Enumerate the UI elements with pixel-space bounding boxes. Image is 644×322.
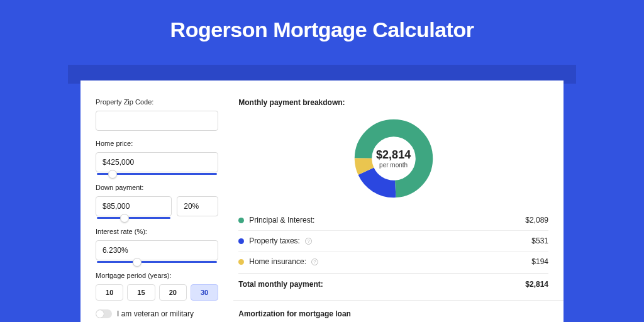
interest-input[interactable] xyxy=(96,240,218,260)
legend-row: Principal & Interest:$2,089 xyxy=(238,210,548,230)
info-icon[interactable]: ? xyxy=(311,258,318,265)
interest-label: Interest rate (%): xyxy=(96,228,218,235)
donut-chart: $2,814 per month xyxy=(353,118,434,199)
zip-input[interactable] xyxy=(96,111,218,131)
legend-value: $531 xyxy=(531,236,548,245)
zip-label: Property Zip Code: xyxy=(96,98,218,106)
period-button-15[interactable]: 15 xyxy=(127,284,155,301)
legend-label: Home insurance: xyxy=(249,257,306,266)
down-payment-field: Down payment: xyxy=(96,184,218,216)
down-payment-label: Down payment: xyxy=(96,184,218,191)
toggle-knob xyxy=(96,310,104,318)
legend-dot-icon xyxy=(238,218,244,223)
legend-value: $194 xyxy=(531,257,548,266)
donut-chart-wrap: $2,814 per month xyxy=(238,113,548,210)
interest-slider[interactable] xyxy=(97,261,217,263)
breakdown-column: Monthly payment breakdown: $2,814 per mo… xyxy=(233,80,564,322)
section-divider xyxy=(233,300,564,301)
interest-field: Interest rate (%): xyxy=(96,228,218,260)
period-buttons: 10152030 xyxy=(96,284,218,301)
home-price-input[interactable] xyxy=(96,152,218,172)
info-icon[interactable]: ? xyxy=(305,238,312,245)
period-label: Mortgage period (years): xyxy=(96,272,218,279)
breakdown-title: Monthly payment breakdown: xyxy=(238,98,548,107)
legend-row: Property taxes:?$531 xyxy=(238,230,548,251)
down-payment-slider[interactable] xyxy=(97,217,170,219)
total-row: Total monthly payment: $2,814 xyxy=(238,273,548,296)
form-column: Property Zip Code: Home price: Down paym… xyxy=(80,80,233,322)
donut-center: $2,814 per month xyxy=(353,118,434,199)
home-price-slider-thumb[interactable] xyxy=(108,170,117,179)
donut-sub: per month xyxy=(379,162,408,169)
period-button-20[interactable]: 20 xyxy=(159,284,187,301)
calculator-card: Property Zip Code: Home price: Down paym… xyxy=(80,80,564,322)
down-payment-input[interactable] xyxy=(96,196,172,216)
veteran-row: I am veteran or military xyxy=(96,309,218,318)
amortization-title: Amortization for mortgage loan xyxy=(238,309,548,318)
zip-field: Property Zip Code: xyxy=(96,98,218,131)
veteran-toggle[interactable] xyxy=(96,309,112,318)
total-label: Total monthly payment: xyxy=(238,280,323,289)
legend-dot-icon xyxy=(238,259,244,265)
period-button-10[interactable]: 10 xyxy=(96,284,123,301)
legend: Principal & Interest:$2,089Property taxe… xyxy=(238,210,548,272)
donut-amount: $2,814 xyxy=(376,148,411,162)
page-title: Rogerson Mortgage Calculator xyxy=(0,0,644,58)
veteran-label: I am veteran or military xyxy=(117,309,194,318)
down-payment-pct-input[interactable] xyxy=(177,196,218,216)
period-button-30[interactable]: 30 xyxy=(191,284,218,301)
down-payment-slider-thumb[interactable] xyxy=(120,214,129,223)
period-field: Mortgage period (years): 10152030 xyxy=(96,272,218,301)
legend-label: Principal & Interest: xyxy=(249,216,314,225)
legend-value: $2,089 xyxy=(525,216,548,225)
legend-label: Property taxes: xyxy=(249,236,300,245)
home-price-label: Home price: xyxy=(96,140,218,147)
total-value: $2,814 xyxy=(525,280,548,289)
legend-row: Home insurance:?$194 xyxy=(238,251,548,272)
legend-dot-icon xyxy=(238,238,244,244)
interest-slider-thumb[interactable] xyxy=(133,258,142,267)
home-price-field: Home price: xyxy=(96,140,218,172)
